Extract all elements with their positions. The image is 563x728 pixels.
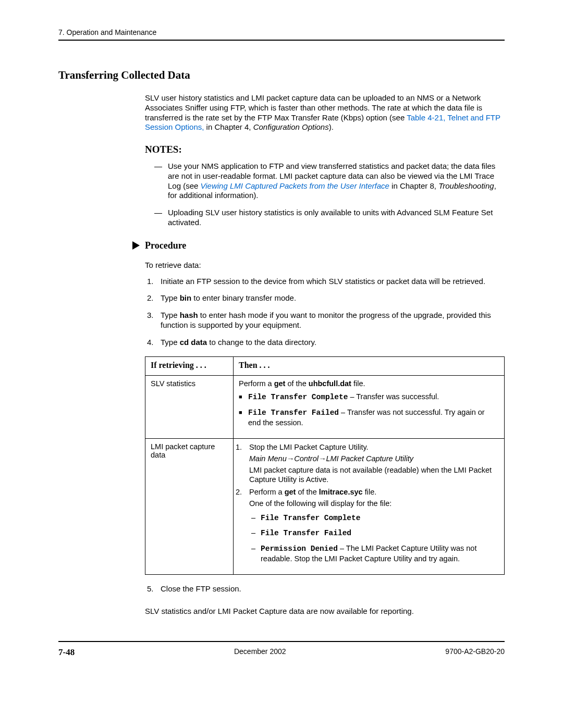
- text: in Chapter 4,: [204, 122, 253, 131]
- status-text: File Transfer Failed: [261, 529, 351, 537]
- body-content: SLV user history statistics and LMI pack…: [145, 93, 505, 616]
- list-item: File Transfer Complete – Transfer was su…: [248, 392, 499, 402]
- retrieval-table: If retrieving . . . Then . . . SLV stati…: [145, 356, 505, 575]
- list-item: Permission Denied – The LMI Packet Captu…: [261, 544, 499, 564]
- list-item: File Transfer Failed – Transfer was not …: [248, 408, 499, 428]
- text: Type: [161, 311, 180, 319]
- footer-date: December 2002: [234, 647, 286, 658]
- section-title: Transferring Collected Data: [58, 69, 505, 82]
- text: of the: [285, 379, 308, 388]
- notes-list: Use your NMS application to FTP and view…: [145, 162, 505, 228]
- then-cell: Perform a get of the uhbcfull.dat file. …: [234, 376, 505, 439]
- text: Initiate an FTP session to the device fr…: [161, 277, 485, 286]
- closing-paragraph: SLV statistics and/or LMI Packet Capture…: [145, 607, 505, 616]
- step-number: 5.: [147, 584, 154, 594]
- page-footer: 7-48 December 2002 9700-A2-GB20-20: [58, 641, 505, 658]
- text: – Transfer was successful.: [348, 392, 439, 401]
- inner-step-2: 2.Perform a get of the lmitrace.syc file…: [249, 487, 499, 564]
- text: Perform a: [249, 488, 285, 496]
- list-item: File Transfer Complete: [261, 513, 499, 523]
- procedure-intro: To retrieve data:: [145, 261, 505, 269]
- note-item: Use your NMS application to FTP and view…: [168, 162, 505, 201]
- table-row: SLV statistics Perform a get of the uhbc…: [145, 376, 505, 439]
- filename: lmitrace.syc: [319, 488, 363, 496]
- inner-steps: 1.Stop the LMI Packet Capture Utility. M…: [239, 442, 499, 564]
- text: LMI packet capture data is not available…: [249, 465, 499, 484]
- notes-heading: NOTES:: [145, 144, 505, 155]
- step-3: 3.Type hash to enter hash mode if you wa…: [161, 311, 505, 330]
- procedure-steps: 1.Initiate an FTP session to the device …: [145, 277, 505, 348]
- step-2: 2.Type bin to enter binary transfer mode…: [161, 293, 505, 303]
- inner-step-1: 1.Stop the LMI Packet Capture Utility. M…: [249, 442, 499, 485]
- page: 7. Operation and Maintenance Transferrin…: [0, 0, 563, 684]
- if-cell: LMI packet capture data: [145, 438, 234, 574]
- step-number: 1.: [236, 442, 242, 452]
- table-header-row: If retrieving . . . Then . . .: [145, 357, 505, 376]
- text: to enter binary transfer mode.: [191, 293, 296, 302]
- text: Type: [161, 293, 180, 302]
- note-item: Uploading SLV user history statistics is…: [168, 208, 505, 228]
- intro-paragraph: SLV user history statistics and LMI pack…: [145, 93, 505, 132]
- step-number: 3.: [147, 311, 154, 320]
- italic-text: Configuration Options: [253, 122, 329, 131]
- table-row: LMI packet capture data 1.Stop the LMI P…: [145, 438, 505, 574]
- result-list: File Transfer Complete – Transfer was su…: [239, 392, 499, 428]
- italic-text: Troubleshooting: [438, 181, 494, 190]
- chapter-label: 7. Operation and Maintenance: [58, 28, 156, 36]
- text: file.: [351, 379, 365, 388]
- bold-text: get: [285, 488, 296, 496]
- step-1: 1.Initiate an FTP session to the device …: [161, 277, 505, 287]
- text: Type: [161, 338, 180, 347]
- status-text: Permission Denied: [261, 545, 338, 553]
- text: Uploading SLV user history statistics is…: [168, 208, 493, 227]
- status-text: File Transfer Complete: [261, 514, 360, 522]
- bold-text: get: [274, 379, 286, 388]
- text: in Chapter 8,: [389, 181, 438, 190]
- page-number: 7-48: [58, 647, 75, 658]
- procedure-label: Procedure: [145, 240, 186, 251]
- then-cell: 1.Stop the LMI Packet Capture Utility. M…: [234, 438, 505, 574]
- command-text: bin: [180, 293, 192, 302]
- step-5: 5.Close the FTP session.: [161, 584, 505, 594]
- status-text: File Transfer Failed: [248, 409, 339, 417]
- col-then-header: Then . . .: [234, 357, 505, 376]
- step-number: 2.: [236, 487, 242, 497]
- step-number: 2.: [147, 293, 154, 303]
- text: ).: [329, 122, 334, 131]
- step-number: 4.: [147, 338, 154, 348]
- link-viewing-lmi[interactable]: Viewing LMI Captured Packets from the Us…: [201, 181, 389, 190]
- text: to change to the data directory.: [207, 338, 316, 347]
- text: One of the following will display for th…: [249, 499, 499, 508]
- result-list: File Transfer Complete File Transfer Fai…: [249, 513, 499, 564]
- status-text: File Transfer Complete: [248, 393, 348, 401]
- text: of the: [296, 488, 319, 496]
- triangle-right-icon: [132, 241, 140, 250]
- command-text: hash: [180, 311, 198, 319]
- text: to enter hash mode if you want to monito…: [161, 311, 491, 329]
- running-header: 7. Operation and Maintenance: [58, 28, 505, 41]
- text: Stop the LMI Packet Capture Utility.: [249, 443, 369, 451]
- document-number: 9700-A2-GB20-20: [445, 647, 505, 658]
- if-cell: SLV statistics: [145, 376, 234, 439]
- list-item: File Transfer Failed: [261, 528, 499, 538]
- command-text: cd data: [180, 338, 207, 347]
- filename: uhbcfull.dat: [309, 379, 351, 388]
- menu-path: Main Menu→Control→LMI Packet Capture Uti…: [249, 454, 499, 463]
- text: Perform a: [239, 379, 274, 388]
- text: file.: [363, 488, 377, 496]
- procedure-steps-continued: 5.Close the FTP session.: [145, 584, 505, 594]
- procedure-heading: Procedure: [132, 240, 505, 251]
- text: Close the FTP session.: [161, 584, 241, 593]
- step-number: 1.: [147, 277, 154, 287]
- col-if-header: If retrieving . . .: [145, 357, 234, 376]
- step-4: 4.Type cd data to change to the data dir…: [161, 338, 505, 348]
